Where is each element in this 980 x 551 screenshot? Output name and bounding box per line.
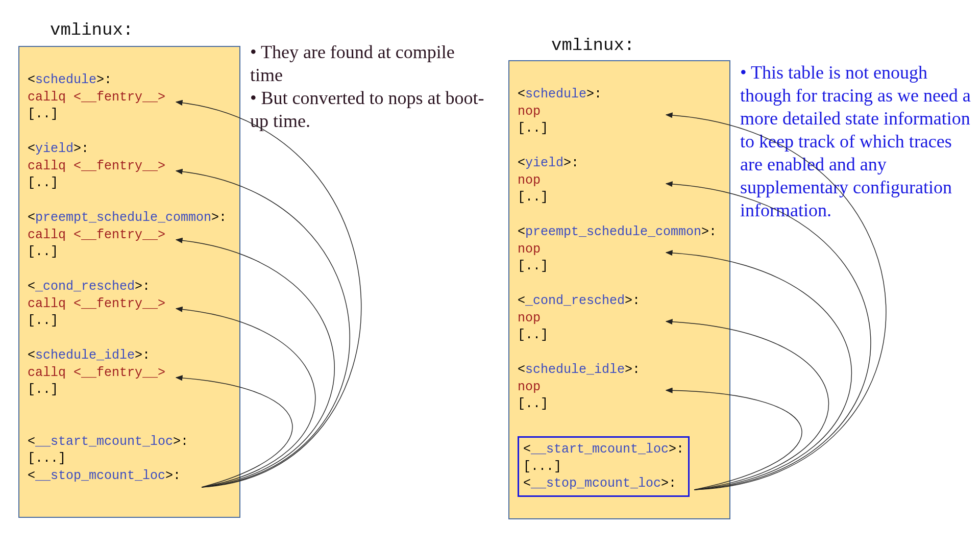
left-fn1-rest: [..] [28, 176, 58, 190]
left-title: vmlinux: [50, 20, 133, 40]
left-fn0-instr: callq <__fentry__> [28, 90, 165, 105]
right-codebox: <schedule>: nop [..] <yield>: nop [..] <… [508, 60, 730, 519]
left-fn1-instr: callq <__fentry__> [28, 159, 165, 173]
left-fn3-rest: [..] [28, 313, 58, 328]
right-fn2-instr: nop [518, 242, 541, 257]
right-mcount-start: __start_mcount_loc [531, 442, 669, 457]
right-fn1-name: yield [525, 156, 564, 170]
right-fn1-rest: [..] [518, 190, 548, 205]
right-mcount-stop: __stop_mcount_loc [531, 476, 661, 491]
left-fn2-name: preempt_schedule_common [35, 210, 211, 225]
right-fn3-name: _cond_resched [525, 293, 625, 308]
right-mcount-body: [...] [523, 459, 561, 474]
right-fn0-name: schedule [525, 87, 586, 102]
right-fn3-rest: [..] [518, 328, 548, 342]
left-note: • They are found at compile time • But c… [250, 41, 485, 133]
left-codebox: <schedule>: callq <__fentry__> [..] <yie… [18, 46, 240, 518]
right-fn4-name: schedule_idle [525, 362, 625, 377]
left-mcount-stop: __stop_mcount_loc [35, 468, 165, 483]
left-fn2-rest: [..] [28, 244, 58, 259]
right-note: • This table is not enough though for tr… [740, 61, 975, 222]
right-title: vmlinux: [551, 36, 634, 55]
right-fn0-rest: [..] [518, 121, 548, 136]
left-fn0-rest: [..] [28, 107, 58, 121]
right-fn2-name: preempt_schedule_common [525, 224, 701, 239]
left-fn0-name: schedule [35, 72, 96, 87]
right-mcount-box: <__start_mcount_loc>: [...] <__stop_mcou… [518, 436, 690, 497]
right-fn2-rest: [..] [518, 259, 548, 273]
right-fn3-instr: nop [518, 311, 541, 325]
right-fn1-instr: nop [518, 173, 541, 188]
left-fn3-name: _cond_resched [35, 279, 135, 294]
left-fn3-instr: callq <__fentry__> [28, 296, 165, 311]
right-fn0-instr: nop [518, 104, 541, 119]
right-fn4-instr: nop [518, 380, 541, 394]
left-fn2-instr: callq <__fentry__> [28, 228, 165, 242]
left-fn1-name: yield [35, 141, 74, 156]
right-fn4-rest: [..] [518, 396, 548, 411]
left-mcount-body: [...] [28, 451, 66, 466]
left-fn4-instr: callq <__fentry__> [28, 365, 165, 380]
left-fn4-name: schedule_idle [35, 348, 135, 363]
left-mcount-start: __start_mcount_loc [35, 434, 173, 449]
left-fn4-rest: [..] [28, 382, 58, 397]
